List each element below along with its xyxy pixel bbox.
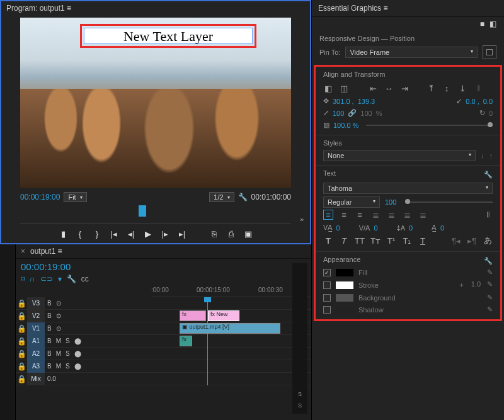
shadow-checkbox[interactable] [323, 306, 331, 314]
align-right-icon[interactable]: ⇥ [399, 83, 410, 93]
shadow-swatch[interactable] [336, 306, 353, 314]
pin-widget[interactable] [483, 45, 496, 59]
link-scale-icon[interactable]: 🔗 [348, 109, 357, 117]
font-size[interactable]: 100 [385, 198, 396, 206]
weight-dropdown[interactable]: Regular▾ [323, 196, 380, 208]
size-slider[interactable] [405, 201, 493, 203]
playhead-icon[interactable] [139, 205, 146, 217]
eyedropper-icon[interactable]: ✎ [487, 280, 493, 290]
extract-icon[interactable]: ⎙ [227, 229, 236, 239]
add-stroke-icon[interactable]: ＋ [458, 280, 465, 290]
cc-icon[interactable]: cc [81, 275, 89, 283]
link-icon[interactable]: ⊂⊃ [40, 275, 53, 283]
go-out-icon[interactable]: ▸| [178, 229, 187, 239]
expand-icon[interactable]: » [300, 215, 304, 223]
tategaki-icon[interactable]: ⦀ [483, 210, 493, 220]
step-back-icon[interactable]: ◂| [127, 229, 136, 239]
justify2-icon[interactable]: ≣ [386, 210, 396, 220]
zoom-fit-dropdown[interactable]: Fit▾ [64, 192, 86, 202]
lock-icon[interactable]: 🔒 [16, 349, 27, 358]
distribute-icon[interactable]: ⦀ [473, 83, 483, 93]
align-vcenter-icon[interactable]: ↕ [442, 83, 452, 93]
superscript-icon[interactable]: T¹ [386, 236, 396, 246]
ltr-icon[interactable]: ¶◂ [451, 236, 461, 246]
program-timecode[interactable]: 00:00:19:00 [20, 193, 60, 201]
download-style-icon[interactable]: ↓ [481, 152, 484, 159]
text-layer[interactable]: New Text Layer [84, 28, 253, 44]
sequence-tab[interactable]: output1 ≡ [30, 247, 62, 256]
background-checkbox[interactable] [323, 294, 331, 302]
stroke-swatch[interactable] [336, 281, 353, 289]
upload-style-icon[interactable]: ↑ [490, 152, 493, 159]
wrench-icon[interactable]: 🔧 [67, 275, 76, 283]
align-bottom-icon[interactable]: ⤓ [457, 83, 467, 93]
play-icon[interactable]: ▶ [144, 229, 153, 239]
track-v2[interactable]: V2 [27, 310, 45, 322]
bracket-icon[interactable]: } [93, 229, 102, 239]
go-in-icon[interactable]: |◂ [110, 229, 119, 239]
font-dropdown[interactable]: Tahoma▾ [323, 183, 493, 194]
clip[interactable]: fx [180, 336, 192, 346]
new-layer-icon[interactable]: ◧ [490, 20, 496, 28]
pinto-dropdown[interactable]: Video Frame▾ [345, 47, 478, 58]
wrench-icon[interactable]: 🔧 [484, 171, 493, 179]
resolution-dropdown[interactable]: 1/2▾ [209, 192, 234, 202]
justify-icon[interactable]: ≣ [370, 210, 381, 220]
program-scrubber[interactable] [20, 205, 291, 224]
lock-icon[interactable]: 🔒 [16, 375, 27, 383]
clip-selected[interactable]: fx New [208, 310, 239, 321]
mark-in-icon[interactable]: ▮ [59, 229, 68, 239]
eyedropper-icon[interactable]: ✎ [487, 268, 493, 276]
rtl-icon[interactable]: ▸¶ [467, 236, 477, 246]
folder-icon[interactable]: ■ [480, 20, 484, 28]
fill-swatch[interactable] [336, 269, 353, 276]
justify4-icon[interactable]: ≣ [418, 210, 428, 220]
settings-icon[interactable]: 🔧 [238, 193, 248, 201]
style-dropdown[interactable]: None▾ [323, 150, 476, 161]
eyedropper-icon[interactable]: ✎ [487, 305, 493, 314]
fill-checkbox[interactable] [323, 269, 331, 276]
align-hleft-icon[interactable]: ◧ [323, 83, 333, 93]
italic-icon[interactable]: T [339, 236, 349, 246]
scale-icon[interactable]: ⤢ [323, 109, 329, 117]
step-fwd-icon[interactable]: |▸ [161, 229, 170, 239]
opacity-slider[interactable] [366, 125, 493, 126]
lock-icon[interactable]: 🔒 [16, 324, 27, 333]
export-frame-icon[interactable]: ▣ [244, 229, 253, 239]
anchor-icon[interactable]: ↙ [456, 97, 462, 105]
track-a3[interactable]: A3 [27, 360, 45, 373]
align-right-text-icon[interactable]: ≡ [355, 210, 365, 220]
snap-icon[interactable]: ⌑ [21, 275, 25, 283]
align-hcenter-icon[interactable]: ◫ [339, 83, 349, 93]
align-center-icon[interactable]: ↔ [384, 83, 394, 93]
preview-canvas[interactable]: New Text Layer [20, 18, 291, 188]
close-tab-icon[interactable]: × [21, 247, 25, 256]
magnet-icon[interactable]: ∩ [30, 275, 35, 283]
track-mix[interactable]: Mix [27, 373, 45, 385]
align-center-text-icon[interactable]: ≡ [339, 210, 349, 220]
stroke-checkbox[interactable] [323, 281, 331, 289]
mark-out-icon[interactable]: { [76, 229, 85, 239]
position-icon[interactable]: ✥ [323, 97, 329, 105]
align-top-icon[interactable]: ⤒ [426, 83, 436, 93]
background-swatch[interactable] [336, 294, 353, 302]
subscript-icon[interactable]: T₁ [402, 236, 412, 246]
align-left-text-icon[interactable]: ≡ [323, 210, 333, 220]
clip[interactable]: fx [180, 310, 206, 321]
align-left-icon[interactable]: ⇤ [368, 83, 378, 93]
underline-icon[interactable]: T [418, 236, 428, 246]
rotation-icon[interactable]: ↻ [479, 109, 485, 117]
allcaps-icon[interactable]: TT [355, 236, 365, 246]
glyph-icon[interactable]: あ [483, 236, 493, 246]
opacity-icon[interactable]: ▨ [323, 121, 329, 129]
eyedropper-icon[interactable]: ✎ [487, 293, 493, 302]
smallcaps-icon[interactable]: Tᴛ [370, 236, 381, 246]
justify3-icon[interactable]: ≣ [402, 210, 412, 220]
lock-icon[interactable]: 🔒 [16, 362, 27, 371]
lock-icon[interactable]: 🔒 [16, 312, 27, 321]
track-v1[interactable]: V1 [27, 322, 45, 335]
time-ruler[interactable]: :00:00 00:00:15:00 00:00:30 [151, 285, 311, 297]
timeline-timecode[interactable]: 00:00:19:00 [16, 259, 311, 273]
text-layer-selection[interactable]: New Text Layer [80, 24, 256, 48]
bold-icon[interactable]: T [323, 236, 333, 246]
